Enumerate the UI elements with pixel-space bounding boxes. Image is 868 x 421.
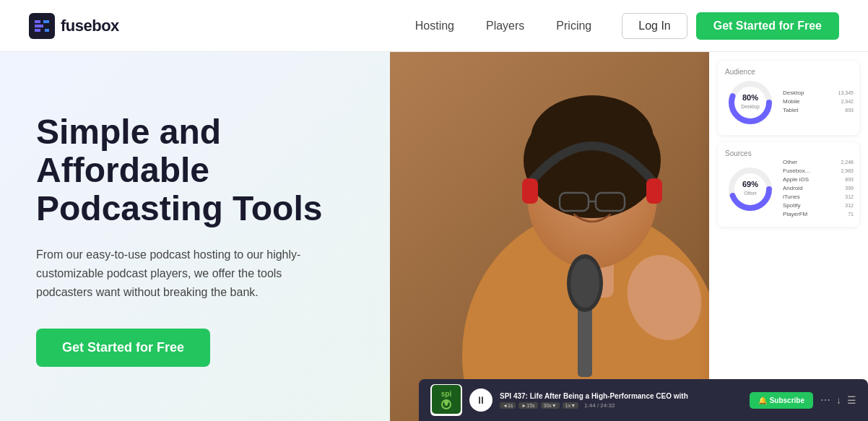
player-episode-title: SPI 437: Life After Being a High-Perform…	[500, 392, 742, 400]
share-icon[interactable]: ⋯	[820, 394, 830, 406]
playlist-icon[interactable]: ☰	[847, 394, 856, 406]
hero-subtitle: From our easy-to-use podcast hosting to …	[36, 246, 339, 303]
nav-pricing[interactable]: Pricing	[540, 14, 607, 38]
player-controls: ◄1s ►15s 30s▼ 1x▼ 1:44 / 24:32	[500, 402, 742, 409]
stat-desktop: Desktop 13,345	[783, 90, 854, 96]
navbar: fusebox Hosting Players Pricing Log In G…	[0, 0, 868, 52]
player-bar: spi ⏸ SPI 437: Life After Being a High-P…	[419, 379, 868, 421]
svg-rect-11	[646, 178, 662, 204]
forward-button[interactable]: ►15s	[518, 402, 537, 409]
svg-point-14	[570, 259, 599, 308]
svg-text:Other: Other	[744, 191, 757, 196]
hero-cta-button[interactable]: Get Started for Free	[36, 329, 210, 367]
brand-logo[interactable]: fusebox	[29, 13, 119, 39]
sources-donut-row: 69% Other Other 2,248 Fusebox... 2,983	[725, 159, 852, 220]
audience-label: Audience	[725, 68, 852, 76]
audience-card: Audience 80% Desktop Desktop	[718, 61, 859, 135]
download-icon[interactable]: ↓	[836, 394, 841, 406]
audience-stats: Desktop 13,345 Mobile 2,942 Tablet	[783, 90, 854, 116]
sources-card: Sources 69% Other Other 2,248	[718, 142, 859, 227]
player-play-button[interactable]: ⏸	[469, 389, 492, 412]
player-actions: ⋯ ↓ ☰	[820, 394, 856, 406]
svg-rect-10	[522, 178, 538, 204]
rewind-button[interactable]: ◄1s	[500, 402, 516, 409]
brand-name: fusebox	[61, 17, 119, 35]
audience-donut-row: 80% Desktop Desktop 13,345 Mobile 2,942	[725, 77, 852, 128]
player-info: SPI 437: Life After Being a High-Perform…	[500, 392, 742, 409]
hero-content: Simple and Affordable Podcasting Tools F…	[0, 52, 390, 421]
svg-text:Desktop: Desktop	[741, 104, 760, 110]
hero-right: Audience 80% Desktop Desktop	[390, 52, 868, 421]
stat-mobile: Mobile 2,942	[783, 98, 854, 105]
sources-donut-chart: 69% Other	[725, 164, 776, 214]
bell-icon: 🔔	[758, 396, 767, 404]
fusebox-logo-icon	[29, 13, 55, 39]
svg-text:69%: 69%	[742, 180, 758, 188]
stat-apple-ios: Apple iOS 893	[783, 176, 854, 183]
hero-title: Simple and Affordable Podcasting Tools	[36, 113, 354, 227]
player-podcast-logo: spi	[430, 384, 462, 416]
stat-tablet: Tablet 893	[783, 107, 854, 113]
player-subscribe-button[interactable]: 🔔 Subscribe	[750, 392, 813, 409]
login-button[interactable]: Log In	[622, 13, 687, 39]
sources-stats: Other 2,248 Fusebox... 2,983 Apple iOS	[783, 159, 854, 220]
nav-players[interactable]: Players	[470, 14, 540, 38]
stat-playerfm: PlayerFM 71	[783, 211, 854, 217]
svg-point-28	[444, 400, 448, 404]
sources-label: Sources	[725, 149, 852, 157]
playback-rate-button[interactable]: 1x▼	[563, 402, 578, 409]
svg-text:spi: spi	[441, 390, 452, 398]
audience-donut-chart: 80% Desktop	[725, 77, 776, 128]
nav-cta-button[interactable]: Get Started for Free	[696, 12, 839, 40]
stat-fusebox-embed: Fusebox... 2,983	[783, 168, 854, 174]
analytics-panel: Audience 80% Desktop Desktop	[709, 52, 868, 421]
stat-itunes: iTunes 312	[783, 194, 854, 200]
stat-android: Android 399	[783, 185, 854, 191]
nav-hosting[interactable]: Hosting	[399, 14, 470, 38]
speed-button[interactable]: 30s▼	[541, 402, 560, 409]
subscribe-label: Subscribe	[770, 396, 804, 404]
stat-other: Other 2,248	[783, 159, 854, 165]
player-time: 1:44 / 24:32	[584, 402, 615, 409]
stat-spotify: Spotify 312	[783, 202, 854, 209]
hero-section: Simple and Affordable Podcasting Tools F…	[0, 52, 868, 421]
pause-icon: ⏸	[476, 394, 486, 406]
svg-text:80%: 80%	[742, 93, 758, 102]
nav-links: Hosting Players Pricing	[399, 14, 608, 38]
